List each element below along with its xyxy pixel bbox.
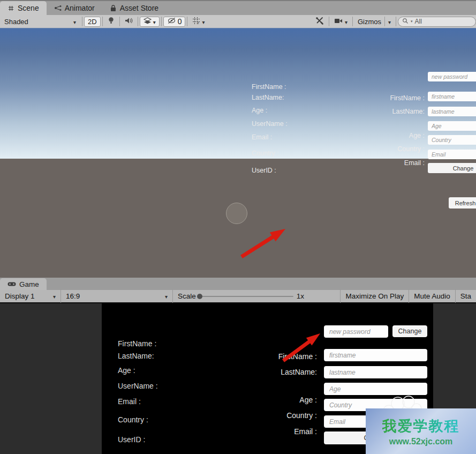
scene-form-label-country: Country : — [381, 145, 425, 153]
scale-label: Scale — [178, 292, 196, 300]
game-form-label-age: Age : — [263, 396, 317, 404]
chevron-down-icon — [73, 18, 76, 26]
chevron-down-icon: ▾ — [411, 19, 413, 24]
scene-search-input[interactable]: ▾ All — [398, 17, 476, 27]
grid-settings-dropdown[interactable]: Y — [189, 17, 208, 27]
scene-label-userid: UserID : — [252, 167, 276, 174]
divider — [329, 17, 329, 26]
game-firstname-input[interactable] — [324, 349, 427, 361]
mute-label: Mute Audio — [414, 292, 450, 300]
stats-toggle[interactable]: Sta — [456, 289, 476, 303]
tab-animator[interactable]: Animator — [47, 1, 102, 15]
scene-form-label-age: Age : — [381, 132, 425, 139]
scene-label-username: UserName : — [252, 120, 288, 128]
tab-asset-store[interactable]: Asset Store — [102, 1, 166, 15]
game-new-password-input[interactable] — [324, 325, 388, 338]
divider — [384, 17, 385, 26]
game-lastname-input[interactable] — [324, 366, 427, 378]
display-value: Display 1 — [5, 292, 35, 300]
scene-tabbar: Scene Animator Asset Store — [0, 0, 476, 15]
divider — [396, 17, 396, 26]
scene-sphere-object[interactable] — [226, 203, 247, 224]
lightbulb-icon — [108, 17, 115, 26]
game-toolbar: Display 1 16:9 Scale 1x Maximize On Play… — [0, 290, 476, 303]
scene-label-age: Age : — [252, 107, 267, 114]
2d-toggle[interactable]: 2D — [84, 17, 101, 27]
tab-asset-store-label: Asset Store — [120, 4, 158, 12]
scene-country-input[interactable] — [428, 135, 476, 145]
divider — [352, 17, 353, 26]
scene-audio-toggle[interactable] — [122, 17, 136, 27]
game-label-userid: UserID : — [118, 435, 145, 444]
search-icon — [402, 18, 409, 26]
scene-firstname-input[interactable] — [428, 92, 476, 101]
scene-lighting-toggle[interactable] — [104, 17, 118, 27]
tab-scene-label: Scene — [18, 4, 39, 12]
chevron-down-icon — [165, 292, 168, 300]
scene-label-country: Country : — [252, 150, 279, 157]
watermark-banner: 我爱学教程 www.52xjc.com — [366, 408, 476, 454]
scene-form-label-email: Email : — [381, 159, 425, 167]
scale-control: Scale 1x — [173, 289, 309, 303]
scene-label-lastname: LastName: — [252, 94, 284, 101]
game-label-country: Country : — [118, 415, 148, 424]
scale-slider[interactable] — [199, 296, 293, 297]
hidden-objects-toggle[interactable]: 0 — [163, 17, 186, 27]
game-label-firstname: FirstName : — [118, 339, 156, 348]
custom-tools-button[interactable] — [312, 17, 327, 27]
divider — [102, 17, 103, 26]
scene-email-input[interactable] — [428, 150, 476, 159]
tab-game[interactable]: Game — [0, 278, 47, 290]
scale-slider-thumb[interactable] — [197, 294, 202, 299]
gizmos-dropdown[interactable]: Gizmos — [354, 17, 394, 27]
camera-icon — [334, 18, 343, 26]
game-change-button[interactable]: Change — [392, 325, 427, 337]
chevron-down-icon — [153, 18, 156, 26]
scene-lastname-input[interactable] — [428, 107, 476, 116]
hidden-count: 0 — [178, 17, 182, 26]
aspect-value: 16:9 — [66, 292, 80, 300]
chevron-down-icon — [345, 18, 347, 26]
draw-mode-dropdown[interactable]: Shaded — [0, 15, 80, 28]
chevron-down-icon — [202, 18, 205, 26]
wrench-icon — [315, 17, 324, 26]
aspect-ratio-select[interactable]: 16:9 — [61, 289, 172, 303]
tab-scene[interactable]: Scene — [0, 1, 47, 15]
maximize-on-play-toggle[interactable]: Maximize On Play — [341, 289, 409, 303]
divider — [187, 17, 187, 26]
scene-camera-dropdown[interactable] — [331, 17, 351, 27]
scene-label-firstname: FirstName : — [252, 83, 286, 91]
svg-text:Y: Y — [197, 21, 200, 25]
scene-effects-dropdown[interactable] — [140, 17, 160, 27]
draw-mode-value: Shaded — [4, 18, 28, 26]
scene-refresh-button[interactable]: Refresh — [449, 197, 476, 209]
scene-new-password-input[interactable] — [428, 72, 476, 81]
game-label-email: Email : — [118, 397, 141, 406]
chevron-down-icon — [53, 292, 56, 300]
divider — [138, 17, 138, 26]
scene-age-input[interactable] — [428, 121, 476, 131]
game-viewport[interactable]: FirstName : LastName: Age : UserName : E… — [0, 303, 476, 454]
mute-audio-toggle[interactable]: Mute Audio — [409, 289, 455, 303]
display-select[interactable]: Display 1 — [0, 289, 61, 303]
scene-viewport[interactable]: FirstName : LastName: Age : UserName : E… — [0, 28, 476, 278]
scale-value: 1x — [297, 292, 304, 300]
grid-snap-icon: Y — [192, 17, 200, 26]
game-label-age: Age : — [118, 366, 135, 375]
watermark-title: 我爱学教程 — [382, 416, 460, 436]
game-form-label-country: Country : — [263, 411, 317, 420]
maximize-label: Maximize On Play — [345, 292, 404, 300]
game-tabbar: Game — [0, 278, 476, 290]
gamepad-icon — [7, 281, 16, 287]
scene-form-label-lastname: LastName: — [381, 108, 425, 115]
game-form-label-email: Email : — [263, 427, 317, 436]
animator-icon — [54, 5, 62, 11]
scene-change-button[interactable]: Change — [428, 163, 476, 173]
game-label-lastname: LastName: — [118, 352, 154, 360]
unity-editor-window: Scene Animator Asset Store Shaded 2D — [0, 0, 476, 454]
2d-label: 2D — [88, 18, 97, 26]
tab-animator-label: Animator — [65, 4, 95, 12]
eye-slash-icon — [167, 17, 176, 26]
asset-store-bag-icon — [110, 5, 117, 12]
gizmos-label: Gizmos — [358, 18, 381, 26]
